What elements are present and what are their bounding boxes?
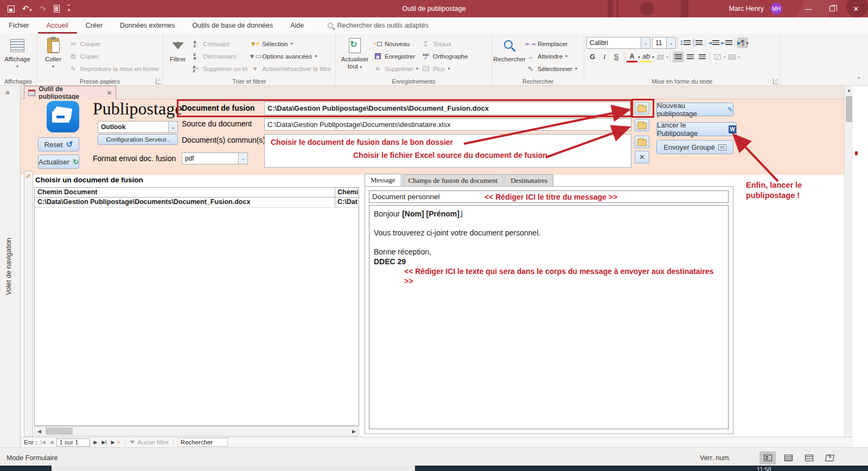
font-size-combo[interactable]: 11⌄ — [652, 37, 676, 49]
envoyer-groupe-button[interactable]: Envoyer Groupé — [656, 140, 733, 154]
affichage-button[interactable]: Affichage ▾ — [2, 35, 33, 70]
couper-button[interactable]: ✂Couper — [67, 37, 161, 50]
tab-aide[interactable]: Aide — [282, 17, 312, 34]
form-document-tab[interactable]: Outil de publipostage ✕ — [24, 86, 116, 99]
previous-record-icon[interactable]: ◀ — [49, 440, 55, 445]
first-record-icon[interactable]: |◀ — [39, 440, 46, 445]
config-serveur-button[interactable]: Configuration Serveur.. — [98, 134, 178, 145]
font-color-caret-icon[interactable]: ▾ — [638, 55, 640, 60]
datasheet-view-button[interactable] — [780, 451, 796, 464]
windows-taskbar[interactable]: 11:58 — [0, 466, 868, 471]
user-name[interactable]: Marc Henry — [729, 5, 764, 12]
doc-list[interactable]: Chemin Document Chemi C:\Data\Gestion Pu… — [34, 187, 359, 426]
paragraph-direction-button[interactable]: ▶¶▾ — [737, 37, 749, 48]
croissant-button[interactable]: AZ↓Croissant — [190, 37, 249, 50]
align-center-button[interactable] — [685, 52, 695, 62]
close-form-tab-icon[interactable]: ✕ — [107, 90, 112, 97]
highlight-caret-icon[interactable]: ▾ — [652, 55, 654, 60]
highlight-button[interactable]: ab — [641, 52, 652, 62]
font-name-combo[interactable]: Calibri⌄ — [586, 37, 650, 49]
atteindre-button[interactable]: →Atteindre▾ — [525, 50, 579, 62]
save-icon[interactable] — [8, 5, 15, 12]
decrease-indent-button[interactable]: ➜ — [720, 37, 732, 48]
fill-color-button[interactable] — [655, 52, 666, 62]
scroll-up-icon[interactable]: ▲ — [845, 86, 853, 95]
selectionner-button[interactable]: ⇖Sélectionner▾ — [525, 62, 579, 75]
reset-button[interactable]: Reset↺ — [38, 137, 79, 151]
bold-button[interactable]: G — [587, 52, 598, 62]
align-right-button[interactable] — [697, 52, 707, 62]
copier-button[interactable]: ⧉Copier — [67, 50, 161, 62]
filter-status[interactable]: Aucun filtre — [130, 439, 169, 445]
tab-message[interactable]: Message — [365, 174, 401, 187]
tab-donnees-externes[interactable]: Données externes — [111, 17, 183, 34]
totaux-button[interactable]: ΣTotaux — [420, 37, 470, 50]
tab-creer[interactable]: Créer — [77, 17, 111, 34]
gridlines-button[interactable] — [712, 52, 723, 62]
doc-path-cell-clipped[interactable]: C:\Dat — [335, 198, 359, 207]
col-chemin-document[interactable]: Chemin Document — [35, 188, 335, 197]
design-view-button[interactable] — [821, 451, 838, 464]
restore-button[interactable] — [820, 0, 844, 17]
record-selector[interactable]: ✎ — [24, 171, 33, 437]
align-left-button[interactable] — [673, 52, 684, 62]
tab-outils-bdd[interactable]: Outils de base de données — [184, 17, 282, 34]
bullets-button[interactable] — [680, 37, 691, 48]
record-position-box[interactable]: 1 sur 1 — [56, 438, 90, 447]
documents-communs-box[interactable]: Choisir le document de fusion dans le bo… — [264, 134, 631, 168]
underline-button[interactable]: S — [611, 52, 622, 62]
vscroll-thumb[interactable] — [846, 96, 852, 122]
rechercher-button[interactable]: Rechercher — [494, 35, 525, 63]
hscroll-thumb[interactable] — [46, 428, 73, 435]
redo-icon[interactable]: ↷ — [40, 5, 47, 13]
avatar[interactable]: MH — [770, 3, 782, 15]
lancer-publipostage-button[interactable]: Lancer le PublipostageW — [656, 122, 737, 136]
navpane-label[interactable]: Volet de navigation — [5, 238, 12, 295]
customize-qat-icon[interactable]: ▾ — [67, 5, 70, 13]
coller-button[interactable]: Coller ▾ — [39, 35, 67, 70]
nouveau-button[interactable]: ✦Nouveau — [372, 37, 420, 50]
scroll-right-icon[interactable]: ▶ — [349, 429, 359, 434]
mise-en-forme-launcher[interactable] — [773, 79, 778, 84]
increase-indent-button[interactable]: ➜ — [708, 37, 719, 48]
scroll-left-icon[interactable]: ◀ — [35, 429, 44, 434]
activer-filtre-button[interactable]: ▼Activer/désactiver le filtre — [249, 62, 333, 75]
browse-fusion-button[interactable] — [635, 102, 649, 114]
enregistrer-button[interactable]: Enregistrer — [372, 50, 420, 62]
orthographe-button[interactable]: ABC✓Orthographe — [420, 50, 470, 62]
remplacer-button[interactable]: ab→acRemplacer — [525, 37, 579, 50]
tab-champs-fusion[interactable]: Champs de fusion du document — [403, 174, 504, 187]
table-style-button[interactable] — [726, 52, 737, 62]
tab-destinataires[interactable]: Destinataires — [505, 174, 553, 187]
reproduire-button[interactable]: ✎Reproduire la mise en forme — [67, 62, 161, 75]
browse-commun-button[interactable] — [635, 136, 649, 148]
selection-button[interactable]: ▼⚡Sélection▾ — [249, 37, 333, 50]
form-view-button[interactable] — [760, 451, 776, 464]
nouveau-publipostage-button[interactable]: Nouveau publipostage✎ — [656, 103, 733, 116]
supprimer-button[interactable]: ✕Supprimer▾ — [372, 62, 420, 75]
undo-button[interactable]: ↶▾ — [22, 4, 32, 13]
source-path-input[interactable]: C:\Data\Gestion Publipostage\Documents\d… — [264, 118, 631, 131]
tell-me-search[interactable]: Rechercher des outils adaptés — [328, 22, 429, 29]
collapse-ribbon-icon[interactable]: ⌃ — [857, 76, 861, 83]
actualiser-tout-button[interactable]: ↻ Actualiser tout ▾ — [338, 35, 372, 71]
presse-papiers-launcher[interactable] — [156, 79, 161, 84]
taskbar-open-window[interactable] — [52, 466, 415, 471]
doc-list-hscrollbar[interactable]: ◀ ▶ — [34, 426, 359, 436]
fusion-path-input[interactable]: C:\Data\Gestion Publipostage\Documents\D… — [264, 101, 631, 115]
subject-input[interactable]: Document personnel << Rédiger ICI le tit… — [369, 190, 729, 203]
close-button[interactable]: ✕ — [844, 0, 868, 17]
filtrer-button[interactable]: Filtrer — [165, 35, 190, 63]
tab-fichier[interactable]: Fichier — [0, 17, 38, 34]
clear-commun-button[interactable]: ✕ — [635, 151, 649, 163]
provider-combo[interactable]: Outlook⌄ — [98, 121, 178, 133]
plus-button[interactable]: Plus▾ — [420, 62, 470, 75]
actualiser-button[interactable]: Actualiser↻ — [38, 155, 79, 169]
paste-special-icon[interactable] — [54, 5, 60, 12]
options-avancees-button[interactable]: ▼▭Options avancées▾ — [249, 50, 333, 62]
doc-path-cell[interactable]: C:\Data\Gestion Publipostage\Documents\D… — [35, 198, 335, 207]
expand-navpane-icon[interactable]: » — [5, 88, 10, 97]
format-combo[interactable]: pdf⌄ — [182, 152, 248, 164]
col-chemin-clipped[interactable]: Chemi — [335, 188, 359, 197]
supprimer-tri-button[interactable]: AZ✎Supprimer un tri — [190, 62, 249, 75]
